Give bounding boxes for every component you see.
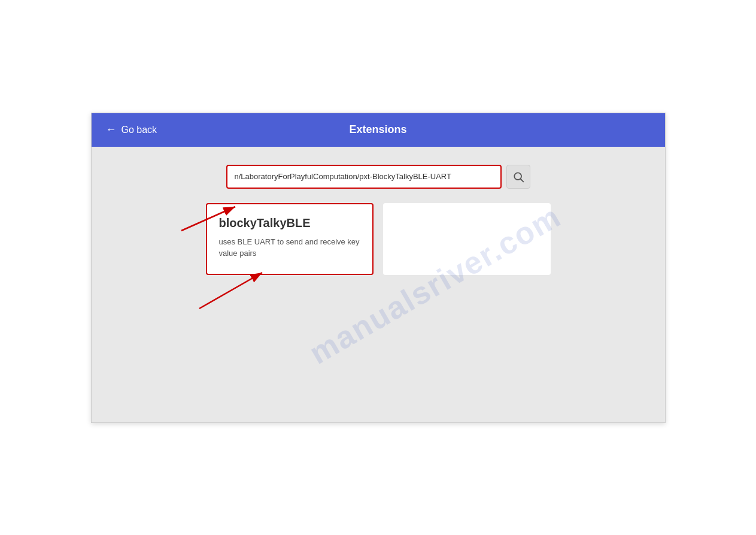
dialog-body: manualsriver.com	[92, 147, 665, 422]
search-row	[116, 165, 641, 189]
extension-card-description: uses BLE UART to send and receive key va…	[219, 236, 360, 259]
search-input[interactable]	[226, 165, 502, 189]
svg-line-1	[181, 207, 235, 231]
svg-line-5	[520, 179, 523, 182]
arrow-to-search	[175, 201, 247, 239]
dialog-header: ← Go back Extensions	[92, 113, 665, 147]
search-button[interactable]	[506, 165, 530, 189]
arrow-to-card	[193, 267, 271, 317]
dialog-title: Extensions	[349, 123, 406, 136]
dialog-container: ← Go back Extensions manualsriver.com	[91, 113, 666, 423]
page-wrapper: ← Go back Extensions manualsriver.com	[0, 0, 756, 535]
svg-line-3	[199, 273, 262, 309]
go-back-button[interactable]: ← Go back	[106, 123, 157, 136]
extension-card-empty	[383, 203, 551, 275]
back-arrow-icon: ←	[106, 123, 117, 136]
go-back-label: Go back	[122, 125, 157, 135]
search-icon	[512, 171, 524, 183]
